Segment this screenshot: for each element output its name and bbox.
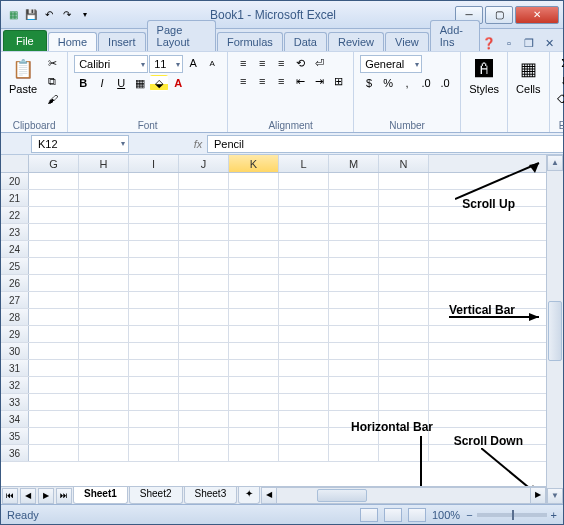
scroll-up-arrow[interactable]: ▲ [547, 155, 563, 171]
cell[interactable] [379, 394, 429, 410]
row-header-30[interactable]: 30 [1, 343, 29, 359]
cell[interactable] [329, 224, 379, 240]
cell[interactable] [329, 394, 379, 410]
minimize-ribbon-icon[interactable]: ▫ [501, 35, 517, 51]
cell[interactable] [129, 360, 179, 376]
cell[interactable] [179, 190, 229, 206]
percent-icon[interactable]: % [379, 75, 397, 91]
cell[interactable] [29, 377, 79, 393]
tab-formulas[interactable]: Formulas [217, 32, 283, 51]
row-header-36[interactable]: 36 [1, 445, 29, 461]
scroll-right-arrow[interactable]: ▶ [530, 487, 546, 504]
tab-file[interactable]: File [3, 30, 47, 51]
cell[interactable] [79, 292, 129, 308]
cell[interactable] [329, 309, 379, 325]
cell[interactable] [279, 275, 329, 291]
row-header-23[interactable]: 23 [1, 224, 29, 240]
cell[interactable] [179, 258, 229, 274]
row-header-22[interactable]: 22 [1, 207, 29, 223]
cell[interactable] [29, 326, 79, 342]
qat-dropdown-icon[interactable]: ▾ [77, 7, 93, 23]
cell[interactable] [29, 445, 79, 461]
cell[interactable] [279, 445, 329, 461]
tab-page-layout[interactable]: Page Layout [147, 20, 216, 51]
cell[interactable] [229, 258, 279, 274]
cell[interactable] [79, 258, 129, 274]
align-right-icon[interactable]: ≡ [272, 73, 290, 89]
border-icon[interactable]: ▦ [131, 75, 149, 91]
cell[interactable] [329, 292, 379, 308]
save-icon[interactable]: 💾 [23, 7, 39, 23]
cell[interactable] [129, 241, 179, 257]
cell[interactable] [179, 309, 229, 325]
tab-data[interactable]: Data [284, 32, 327, 51]
cell[interactable] [179, 411, 229, 427]
cell[interactable] [279, 343, 329, 359]
autosum-icon[interactable]: Σ [556, 55, 564, 71]
tab-review[interactable]: Review [328, 32, 384, 51]
format-painter-icon[interactable]: 🖌 [43, 91, 61, 107]
orientation-icon[interactable]: ⟲ [291, 55, 309, 71]
row-header-31[interactable]: 31 [1, 360, 29, 376]
cell[interactable] [379, 292, 429, 308]
cell[interactable] [29, 360, 79, 376]
fx-icon[interactable]: fx [189, 138, 207, 150]
row-header-26[interactable]: 26 [1, 275, 29, 291]
cell[interactable] [29, 258, 79, 274]
cell[interactable] [129, 190, 179, 206]
cell[interactable] [229, 360, 279, 376]
cell[interactable] [79, 326, 129, 342]
cell[interactable] [229, 241, 279, 257]
align-bottom-icon[interactable]: ≡ [272, 55, 290, 71]
row-header-29[interactable]: 29 [1, 326, 29, 342]
cell[interactable] [79, 377, 129, 393]
cell[interactable] [129, 394, 179, 410]
sheet-nav-next-icon[interactable]: ▶ [38, 488, 54, 504]
currency-icon[interactable]: $ [360, 75, 378, 91]
cell[interactable] [179, 343, 229, 359]
cell[interactable] [329, 411, 379, 427]
grow-font-icon[interactable]: A [184, 55, 202, 71]
zoom-out-icon[interactable]: − [466, 509, 472, 521]
wrap-text-icon[interactable]: ⏎ [310, 55, 328, 71]
close-workbook-icon[interactable]: ✕ [541, 35, 557, 51]
cell[interactable] [229, 377, 279, 393]
help-icon[interactable]: ❓ [481, 35, 497, 51]
vertical-scrollbar[interactable]: ▲ ▼ [546, 155, 563, 504]
cell[interactable] [279, 360, 329, 376]
cell[interactable] [29, 224, 79, 240]
formula-input[interactable]: Pencil [207, 135, 563, 153]
tab-addins[interactable]: Add-Ins [430, 20, 480, 51]
cell[interactable] [179, 377, 229, 393]
cell[interactable] [29, 411, 79, 427]
cell[interactable] [279, 326, 329, 342]
page-break-view-icon[interactable] [408, 508, 426, 522]
cell[interactable] [79, 309, 129, 325]
clear-icon[interactable]: ⌫ [556, 91, 564, 107]
fill-color-icon[interactable]: ⬙ [150, 75, 168, 91]
cell[interactable] [229, 292, 279, 308]
cell[interactable] [29, 173, 79, 189]
cell[interactable] [229, 411, 279, 427]
cell[interactable] [29, 241, 79, 257]
cell[interactable] [379, 207, 429, 223]
cell[interactable] [79, 360, 129, 376]
cell[interactable] [379, 173, 429, 189]
column-header-N[interactable]: N [379, 155, 429, 172]
cell[interactable] [129, 343, 179, 359]
cell[interactable] [229, 275, 279, 291]
normal-view-icon[interactable] [360, 508, 378, 522]
cell[interactable] [379, 190, 429, 206]
cell[interactable] [379, 309, 429, 325]
zoom-slider[interactable] [477, 513, 547, 517]
close-button[interactable]: ✕ [515, 6, 559, 24]
cell[interactable] [279, 190, 329, 206]
cell[interactable] [279, 292, 329, 308]
cell[interactable] [29, 394, 79, 410]
cell[interactable] [329, 275, 379, 291]
align-left-icon[interactable]: ≡ [234, 73, 252, 89]
cell[interactable] [329, 258, 379, 274]
number-format-combo[interactable]: General [360, 55, 422, 73]
cell[interactable] [329, 445, 379, 461]
column-header-K[interactable]: K [229, 155, 279, 172]
